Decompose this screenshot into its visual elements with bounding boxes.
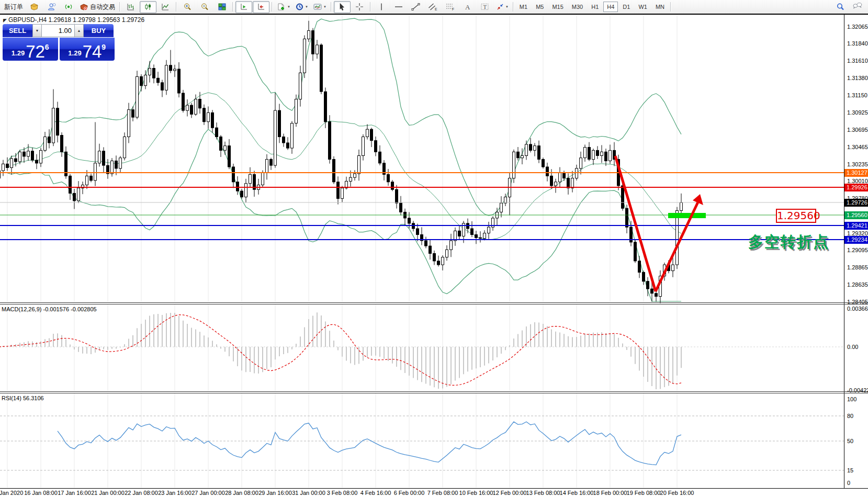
toolbar-separator (670, 2, 671, 12)
timeframe-d1[interactable]: D1 (619, 2, 634, 12)
date-label: 18 Feb 00:00 (593, 490, 627, 496)
crosshair-icon[interactable] (351, 1, 368, 13)
chart-title-text: GBPUSD-,H4 1.29618 1.29798 1.29563 1.297… (8, 16, 144, 24)
toolbar-separator (513, 2, 514, 12)
sell-price-main: 72 (26, 44, 45, 59)
price-tick: 1.31840 (847, 40, 868, 47)
date-label: 14 Feb 16:00 (560, 490, 594, 496)
price-tick: 1.30465 (847, 144, 868, 150)
cursor-icon[interactable] (334, 1, 351, 13)
price-badge: 1.30127 (844, 169, 868, 177)
zoom-in-icon[interactable] (179, 1, 196, 13)
timeframe-mn[interactable]: MN (652, 2, 668, 12)
fibonacci-icon[interactable]: F (442, 1, 459, 13)
pane-splitter (0, 304, 868, 304)
date-label: 4 Feb 16:00 (360, 490, 391, 496)
price-tick: 1.30695 (847, 127, 868, 133)
trendline-icon[interactable] (408, 1, 424, 13)
price-tick: 1.28865 (847, 264, 868, 270)
svg-text:T: T (483, 4, 487, 10)
periods-icon[interactable]: ▼ (293, 1, 310, 13)
chart-plot[interactable] (0, 0, 844, 497)
price-axis[interactable]: 1.320651.318401.316101.313801.311501.309… (844, 15, 868, 488)
sell-price-button[interactable]: 1.29 72 6 (3, 38, 58, 61)
arrows-icon[interactable]: ▼ (494, 1, 511, 13)
auto-scroll-icon[interactable] (235, 1, 252, 13)
toolbar-separator (272, 2, 273, 12)
signals-icon[interactable] (60, 1, 77, 13)
timeframe-h1[interactable]: H1 (588, 2, 602, 12)
indicator-tick: 100 (847, 396, 856, 402)
indicator-tick: 15 (847, 467, 853, 473)
timeframe-m15[interactable]: M15 (548, 2, 567, 12)
chart-shift-icon[interactable] (253, 1, 269, 13)
date-label: 31 Jan 00:00 (292, 490, 325, 496)
buy-price-pip: 9 (102, 43, 106, 51)
dropdown-caret-icon: ▼ (305, 5, 308, 8)
date-label: 16 Jan 08:00 (24, 490, 58, 496)
volume-input[interactable] (42, 25, 74, 37)
history-icon[interactable] (26, 1, 42, 13)
autotrade-button[interactable]: 自动交易 (77, 1, 117, 13)
dropdown-caret-icon: ▼ (323, 5, 326, 8)
timeframe-m5[interactable]: M5 (532, 2, 547, 12)
mt4-window: 新订单 自动交易 (0, 0, 868, 497)
dropdown-caret-icon: ▼ (287, 5, 290, 8)
macd-label: MACD(12,26,9) -0.001576 -0.002805 (2, 306, 97, 312)
price-tick: 1.32065 (847, 24, 868, 30)
indicators-icon[interactable]: ▼ (275, 1, 292, 13)
bar-chart-icon[interactable] (122, 1, 139, 13)
templates-icon[interactable]: ▼ (311, 1, 329, 13)
timeframe-m30[interactable]: M30 (568, 2, 587, 12)
date-label: 20 Feb 16:00 (660, 490, 694, 496)
one-click-trading-panel: SELL ▼ ▲ BUY 1.29 72 6 1.29 74 9 (3, 24, 115, 61)
autotrade-icon (80, 3, 88, 11)
buy-button[interactable]: BUY (84, 24, 114, 37)
price-tick: 1.31150 (847, 92, 867, 98)
timeframe-m1[interactable]: M1 (516, 2, 531, 12)
date-label: 23 Jan 16:00 (158, 490, 191, 496)
indicator-tick: 50 (847, 438, 853, 444)
chart-context-icon[interactable]: ◤ (3, 18, 7, 23)
date-label: 7 Feb 08:00 (427, 490, 458, 496)
toolbar-separator (331, 2, 332, 12)
buy-price-prefix: 1.29 (68, 49, 81, 57)
horizontal-line-icon[interactable] (390, 1, 407, 13)
svg-text:E: E (435, 7, 437, 11)
price-tick: 1.31610 (847, 58, 868, 64)
candlestick-chart-icon[interactable] (140, 1, 156, 13)
search-icon[interactable] (832, 1, 849, 13)
sell-button[interactable]: SELL (3, 24, 32, 37)
date-label: 27 Jan 00:00 (191, 490, 225, 496)
text-label-icon[interactable]: T (477, 1, 493, 13)
volume-decrease-button[interactable]: ▼ (32, 24, 42, 37)
price-level-callout[interactable]: 1.29560 (776, 209, 816, 223)
tile-windows-icon[interactable] (213, 1, 230, 13)
toolbar-separator (176, 2, 177, 12)
new-order-button[interactable]: 新订单 (2, 1, 25, 13)
pane-splitter[interactable] (0, 302, 868, 303)
chinese-annotation[interactable]: 多空转折点 (748, 232, 829, 253)
vertical-line-icon[interactable] (373, 1, 390, 13)
date-label: 22 Jan 08:00 (125, 490, 158, 496)
volume-increase-button[interactable]: ▲ (74, 24, 84, 37)
indicator-tick: 0.00 (847, 344, 858, 350)
timeframe-h4[interactable]: H4 (603, 2, 618, 12)
profile-icon[interactable] (43, 1, 60, 13)
price-badge: 1.29560 (844, 211, 868, 219)
equidistant-channel-icon[interactable]: E (425, 1, 442, 13)
pane-splitter[interactable] (0, 391, 868, 392)
sell-price-prefix: 1.29 (12, 49, 25, 57)
zoom-out-icon[interactable] (196, 1, 213, 13)
date-label: 17 Jan 16:00 (58, 490, 91, 496)
date-label: 13 Feb 08:00 (526, 490, 560, 496)
line-chart-icon[interactable] (157, 1, 174, 13)
text-icon[interactable]: A (459, 1, 476, 13)
timeframe-w1[interactable]: W1 (635, 2, 651, 12)
pane-splitter (0, 393, 868, 393)
dropdown-caret-icon: ▼ (505, 5, 509, 8)
date-label: 21 Jan 00:00 (91, 490, 125, 496)
date-label: 19 Feb 08:00 (627, 490, 661, 496)
buy-price-button[interactable]: 1.29 74 9 (60, 38, 115, 61)
chat-icon[interactable] (849, 1, 866, 13)
